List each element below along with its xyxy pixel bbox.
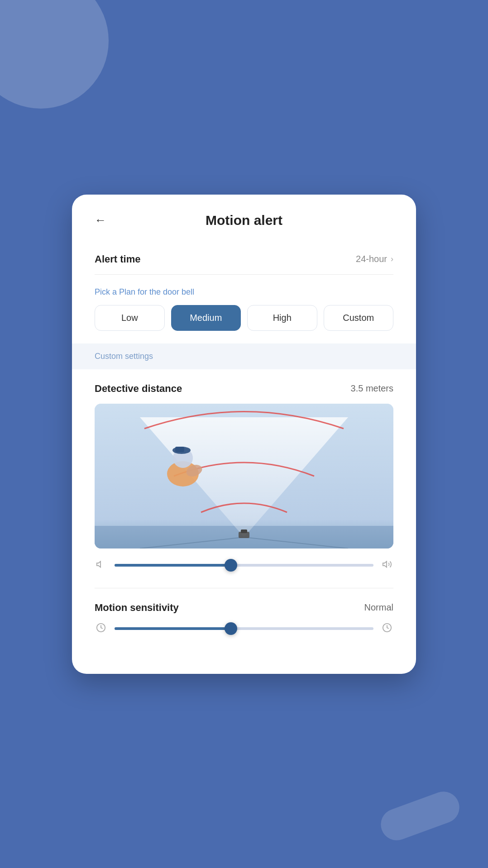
svg-rect-6 (241, 529, 247, 533)
detection-svg (95, 404, 393, 548)
detective-distance-row: Detective distance 3.5 meters (95, 383, 393, 395)
main-card: ← Motion alert Alert time 24-hour › Pick… (72, 195, 416, 674)
custom-settings-label: Custom settings (95, 352, 153, 361)
detective-distance-value: 3.5 meters (351, 383, 393, 394)
sensitivity-slider-row (95, 623, 393, 635)
chevron-right-icon: › (391, 254, 393, 264)
svg-marker-12 (97, 561, 100, 567)
volume-low-icon (95, 559, 107, 572)
motion-sensitivity-label: Motion sensitivity (95, 602, 179, 614)
alert-time-value-group: 24-hour › (356, 254, 393, 264)
clock-high-icon (381, 623, 393, 635)
clock-low-icon (95, 623, 107, 635)
detection-visualization (95, 404, 393, 548)
custom-settings-bar: Custom settings (72, 343, 416, 369)
motion-sensitivity-row: Motion sensitivity Normal (95, 602, 393, 614)
plan-buttons-group: Low Medium High Custom (95, 305, 393, 331)
distance-slider-track (115, 564, 373, 567)
sensitivity-slider-thumb[interactable] (225, 622, 237, 635)
plan-pick-label: Pick a Plan for the door bell (95, 287, 393, 297)
alert-time-value: 24-hour (356, 254, 387, 264)
detective-distance-label: Detective distance (95, 383, 182, 395)
sensitivity-slider-container[interactable] (115, 627, 373, 630)
bg-decoration-pill (376, 787, 464, 844)
distance-slider-container[interactable] (115, 564, 373, 567)
plan-button-low[interactable]: Low (95, 305, 165, 331)
plan-section: Pick a Plan for the door bell Low Medium… (95, 287, 393, 331)
back-button[interactable]: ← (95, 213, 106, 227)
bg-decoration-circle (0, 0, 109, 109)
alert-time-label: Alert time (95, 253, 140, 265)
plan-button-custom[interactable]: Custom (324, 305, 394, 331)
page-title: Motion alert (206, 213, 282, 228)
distance-slider-row (95, 559, 393, 572)
distance-slider-fill (115, 564, 231, 567)
svg-marker-13 (383, 561, 387, 567)
plan-button-high[interactable]: High (247, 305, 317, 331)
plan-button-medium[interactable]: Medium (171, 305, 241, 331)
sensitivity-slider-track (115, 627, 373, 630)
back-icon: ← (95, 213, 106, 227)
divider (95, 588, 393, 588)
motion-sensitivity-value: Normal (364, 602, 393, 613)
svg-rect-10 (175, 447, 184, 452)
distance-slider-thumb[interactable] (225, 559, 237, 572)
alert-time-row[interactable]: Alert time 24-hour › (95, 244, 393, 275)
sensitivity-slider-fill (115, 627, 231, 630)
page-header: ← Motion alert (95, 213, 393, 228)
volume-high-icon (381, 559, 393, 572)
